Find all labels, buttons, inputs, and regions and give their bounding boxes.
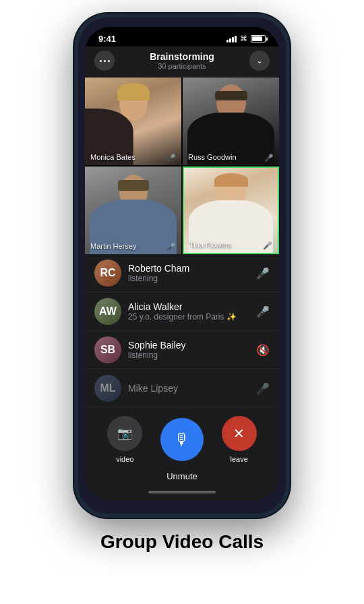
avatar-initials-sophie: SB [94,336,121,363]
call-controls: 📷 video 🎙 ✕ leave [85,408,279,469]
participant-mic-mike[interactable]: 🎤 [256,382,270,395]
participant-name-roberto: Roberto Cham [128,263,256,274]
status-time: 9:41 [98,34,116,44]
participant-info-mike: Mike Lipsey [128,383,256,394]
phone-frame: 9:41 ⌘ Brainstorming 30 participants [74,13,290,518]
camera-off-icon: 📷 [117,426,132,441]
battery-icon [251,35,266,42]
status-icons: ⌘ [226,34,266,43]
leave-label: leave [230,455,247,463]
video-cell-martin[interactable]: Martin Hersey 🎤 [85,167,181,254]
video-label: video [116,455,133,463]
avatar-initials-alicia: AW [94,298,121,325]
participant-info-alicia: Alicia Walker 25 y.o. designer from Pari… [128,301,256,322]
participant-name-sophie: Sophie Bailey [128,340,256,351]
chevron-down-button[interactable]: ⌄ [249,51,270,71]
page-title: Group Video Calls [100,531,264,553]
more-button[interactable] [94,51,115,71]
call-header: Brainstorming 30 participants ⌄ [85,47,279,78]
leave-button[interactable]: ✕ [222,416,257,451]
microphone-muted-icon: 🎙 [174,430,190,449]
participant-status-roberto: listening [128,274,256,283]
participant-info-sophie: Sophie Bailey listening [128,340,256,360]
participant-name-mike: Mike Lipsey [128,383,256,394]
video-label-russ: Russ Goodwin [188,153,237,161]
status-bar: 9:41 ⌘ [85,27,279,47]
chevron-down-icon: ⌄ [256,56,263,65]
video-mic-tina: 🎤 [263,241,272,250]
participant-item-alicia[interactable]: AW Alicia Walker 25 y.o. designer from P… [85,293,279,331]
participant-item-mike[interactable]: ML Mike Lipsey 🎤 [85,369,279,408]
phone-screen: 9:41 ⌘ Brainstorming 30 participants [85,27,279,500]
video-mic-monica: 🎤 [166,154,176,162]
video-label-monica: Monica Bates [90,153,135,161]
avatar-initials-roberto: RC [94,260,121,286]
video-cell-tina[interactable]: Tina Flowers 🎤 [183,167,279,254]
participant-item-sophie[interactable]: SB Sophie Bailey listening 🔇 [85,331,279,369]
home-bar [148,491,216,493]
mute-control[interactable]: 🎙 [160,418,204,461]
video-cell-russ[interactable]: Russ Goodwin 🎤 [183,78,279,165]
video-mic-martin: 🎤 [166,243,176,251]
leave-control[interactable]: ✕ leave [222,416,257,463]
participant-info-roberto: Roberto Cham listening [128,263,256,283]
participant-mic-roberto[interactable]: 🎤 [256,267,270,280]
participant-status-sophie: listening [128,351,256,360]
avatar-initials-mike: ML [94,375,121,402]
participant-list: RC Roberto Cham listening 🎤 AW Alicia Wa… [85,254,279,408]
video-label-martin: Martin Hersey [90,242,136,250]
video-button[interactable]: 📷 [107,416,142,451]
call-participants-count: 30 participants [150,62,214,70]
signal-icon [226,36,237,42]
video-cell-monica[interactable]: Monica Bates 🎤 [85,78,181,165]
call-title: Brainstorming 30 participants [150,51,214,70]
participant-item-roberto[interactable]: RC Roberto Cham listening 🎤 [85,254,279,293]
wifi-icon: ⌘ [240,34,247,43]
video-grid: Monica Bates 🎤 Russ Goodwin 🎤 [85,78,279,254]
video-control[interactable]: 📷 video [107,416,142,463]
avatar-alicia: AW [94,298,121,325]
home-indicator [85,487,279,500]
participant-name-alicia: Alicia Walker [128,301,256,312]
unmute-label: Unmute [85,469,279,487]
video-label-tina: Tina Flowers [189,241,232,249]
call-title-name: Brainstorming [150,51,214,62]
avatar-sophie: SB [94,336,121,363]
participant-mic-alicia[interactable]: 🎤 [256,305,270,318]
leave-icon: ✕ [233,425,245,442]
mute-button[interactable]: 🎙 [160,418,204,461]
video-mic-russ: 🎤 [264,154,274,162]
participant-status-alicia: 25 y.o. designer from Paris ✨ [128,312,256,322]
avatar-roberto: RC [94,260,121,286]
participant-mic-sophie[interactable]: 🔇 [256,344,270,357]
avatar-mike: ML [94,375,121,402]
